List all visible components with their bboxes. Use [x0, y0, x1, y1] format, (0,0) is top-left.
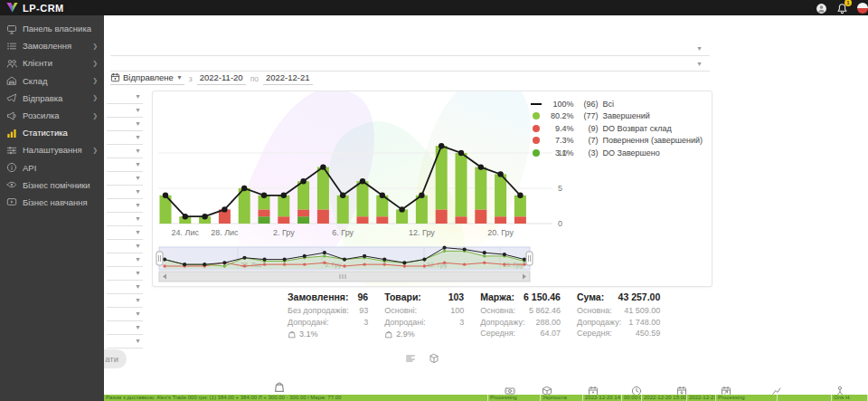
sidebar-item-склад[interactable]: Склад❯ — [0, 72, 104, 90]
column-filter-select[interactable]: ▼ — [107, 159, 143, 172]
sidebar-item-label: Відправка — [23, 93, 62, 103]
bag-icon — [288, 329, 297, 339]
language-icon[interactable] — [857, 3, 868, 14]
bag-icon — [273, 380, 286, 393]
chevron-down-icon: ▼ — [135, 134, 141, 140]
legend-entry[interactable]: 9.4%(9)DO Возврат склад — [531, 122, 703, 135]
table-cell: Processing — [716, 395, 778, 401]
statistics-icon — [6, 128, 17, 138]
lp-crm-logo[interactable]: LP-CRM — [5, 2, 64, 14]
stat-row-label: Без допродажів: — [288, 305, 349, 317]
chevron-down-icon: ▼ — [135, 120, 141, 127]
stat-percent: 2.9% — [396, 329, 415, 339]
column-filter-select[interactable]: ▼ — [107, 214, 143, 226]
legend-count: (7) — [578, 136, 598, 145]
list-view-icon[interactable] — [405, 351, 416, 362]
column-filter-select[interactable]: ▼ — [107, 241, 143, 253]
chevron-down-icon: ▼ — [135, 93, 141, 100]
column-filter-select[interactable]: ▼ — [107, 227, 143, 240]
column-filter-select[interactable]: ▼ — [107, 173, 143, 186]
date-filter-bar: Відправлене ▼ з 2022-11-20 по 2022-12-21 — [110, 72, 313, 86]
legend-count: (9) — [578, 124, 598, 133]
notifications-bell-icon[interactable]: 1 — [836, 2, 848, 14]
stat-row-label: Основна: — [480, 305, 515, 317]
chevron-down-icon: ▼ — [135, 107, 141, 113]
legend-percent: 100% — [546, 100, 573, 109]
stat-percent: 3.1% — [299, 329, 318, 339]
column-filter-select[interactable]: ▼ — [107, 295, 143, 308]
column-filter-select[interactable]: ▼ — [107, 268, 143, 281]
svg-text:24. Лис: 24. Лис — [172, 228, 200, 237]
legend-entry[interactable]: 3.1%(3)DO Завершено — [531, 147, 703, 159]
stat-row-value: 93 — [359, 305, 368, 317]
column-filter-select[interactable]: ▼ — [107, 119, 143, 131]
column-filter-select[interactable]: ▼ — [107, 322, 143, 335]
chevron-right-icon: ❯ — [92, 43, 98, 50]
chevron-down-icon: ▼ — [135, 297, 141, 303]
chevron-right-icon: ❯ — [92, 60, 98, 67]
stat-row-label: Допродані: — [288, 317, 329, 329]
sidebar-item-статистика[interactable]: Статистика — [0, 124, 104, 141]
stat-title-label: Товари: — [384, 291, 421, 302]
date-from-input[interactable]: 2022-11-20 — [197, 72, 246, 85]
view-toggles — [405, 351, 439, 362]
sidebar-item-розсилка[interactable]: Розсилка❯ — [0, 107, 104, 124]
stat-row-label: Основні: — [384, 305, 417, 317]
column-filter-select[interactable]: ▼ — [107, 254, 143, 267]
column-filter-select[interactable]: ▼ — [107, 336, 143, 348]
user-circle-icon[interactable] — [816, 2, 827, 14]
column-filter-select[interactable]: ▼ — [107, 282, 143, 294]
column-filter-select[interactable]: ▼ — [107, 309, 143, 321]
column-filter-select[interactable]: ▼ — [107, 200, 143, 213]
sidebar-item-бізнес-помічники[interactable]: Бізнес помічники — [0, 177, 104, 194]
mailing-icon — [6, 110, 17, 121]
column-filter-select[interactable]: ▼ — [107, 146, 143, 158]
chart-legend: 100%(96)Всі80.2%(77)Завершений9.4%(9)DO … — [531, 98, 703, 159]
date-to-input[interactable]: 2022-12-21 — [263, 72, 313, 85]
shipping-icon — [6, 92, 17, 103]
date-type-label: Відправлене — [123, 72, 174, 82]
helpers-icon — [6, 179, 17, 190]
legend-label: Завершений — [602, 111, 649, 120]
stat-row-value: 1 748.00 — [628, 317, 660, 329]
sidebar-item-label: Бізнес навчання — [23, 197, 88, 207]
table-cell: Оля Н. — [832, 395, 868, 401]
column-filter-select[interactable]: ▼ — [107, 91, 143, 104]
legend-entry[interactable]: 80.2%(77)Завершений — [531, 110, 703, 123]
legend-entry[interactable]: 7.3%(7)Повернення (завершений) — [531, 135, 703, 148]
table-cell — [778, 395, 832, 401]
settings-icon — [6, 145, 17, 156]
chevron-down-icon: ▼ — [135, 161, 141, 167]
date-type-select[interactable]: Відправлене ▼ — [110, 72, 184, 85]
column-filter-select[interactable]: ▼ — [107, 186, 143, 199]
sidebar-item-label: API — [23, 163, 36, 173]
sidebar-item-панель-власника[interactable]: Панель власника — [0, 20, 104, 37]
sidebar-item-api[interactable]: API — [0, 159, 104, 177]
cube-view-icon[interactable] — [429, 351, 439, 362]
sidebar-item-бізнес-навчання[interactable]: Бізнес навчання — [0, 194, 104, 211]
lp-crm-statistics-page: LP-CRM 1 Панель власникаЗамовлення❯Клієн… — [0, 0, 868, 401]
sidebar-item-відправка[interactable]: Відправка❯ — [0, 90, 104, 107]
legend-count: (96) — [578, 100, 598, 109]
stat-title-value: 6 150.46 — [524, 291, 561, 302]
legend-entry[interactable]: 100%(96)Всі — [531, 98, 703, 110]
stat-title-value: 103 — [448, 291, 465, 302]
from-prefix-label: з — [189, 74, 193, 83]
chevron-right-icon: ❯ — [92, 112, 98, 119]
sidebar-item-клієнти[interactable]: Клієнти❯ — [0, 54, 104, 72]
navigator-handle[interactable] — [156, 252, 163, 265]
sidebar-item-замовлення[interactable]: Замовлення❯ — [0, 37, 104, 54]
order-table-row[interactable]: Разом з доставкою: Alex's Trade 000 грн:… — [104, 395, 868, 401]
stat-row-label: Допродані: — [384, 317, 426, 329]
filter-select-2[interactable]: ▼ — [110, 58, 710, 72]
chart-scrollbar[interactable] — [159, 272, 530, 282]
column-filter-select[interactable]: ▼ — [107, 105, 143, 118]
table-cell: 2022-12-20 15:00:30 — [642, 395, 687, 401]
cube-view-icon — [429, 353, 439, 364]
filter-select-1[interactable]: ▼ — [110, 43, 710, 56]
sidebar-item-налаштування[interactable]: Налаштування❯ — [0, 141, 104, 158]
stat-title-label: Маржа: — [480, 291, 514, 302]
navigator-handle[interactable] — [526, 252, 533, 265]
dashboard-icon — [6, 24, 17, 34]
column-filter-select[interactable]: ▼ — [107, 132, 143, 145]
